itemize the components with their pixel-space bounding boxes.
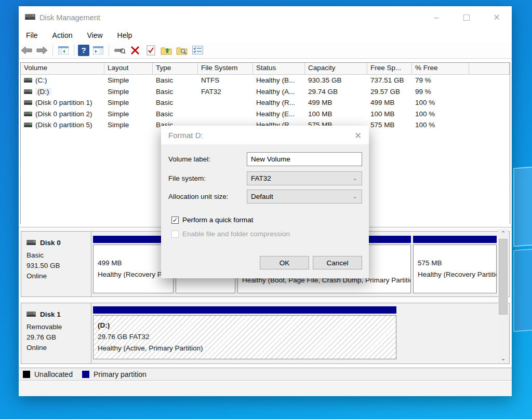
- maximize-icon: [463, 15, 470, 21]
- compression-label: Enable file and folder compression: [182, 230, 290, 238]
- partition-status: Healthy (Active, Primary Partition): [98, 343, 392, 354]
- volume-layout: Simple: [104, 86, 153, 98]
- volume-pct-free: 100 %: [412, 109, 469, 120]
- console-tree-icon[interactable]: [57, 44, 70, 57]
- table-row[interactable]: (C:) Simple Basic NTFS Healthy (B... 930…: [21, 75, 510, 86]
- dialog-close-icon[interactable]: ✕: [352, 130, 364, 141]
- toolbar: ?: [19, 42, 512, 59]
- volume-status: Healthy (A...: [253, 86, 305, 98]
- volume-pct-free: 79 %: [412, 75, 469, 86]
- volume-capacity: 29.74 GB: [305, 86, 367, 98]
- chevron-down-icon: ⌄: [353, 193, 357, 200]
- file-system-select[interactable]: FAT32⌄: [247, 171, 362, 185]
- allocation-unit-select[interactable]: Default⌄: [247, 190, 362, 204]
- maximize-button[interactable]: [451, 6, 482, 29]
- column-header-pct-free[interactable]: % Free: [412, 63, 469, 74]
- primary-partition-label: Primary partition: [94, 370, 147, 379]
- volume-list-header: Volume Layout Type File System Status Ca…: [21, 63, 510, 75]
- table-row[interactable]: (D:) Simple Basic FAT32 Healthy (A... 29…: [21, 86, 510, 98]
- disk1-kind: Removable: [26, 322, 86, 332]
- disk-view-scrollbar[interactable]: ⌃ ⌄: [498, 229, 508, 363]
- column-header-status[interactable]: Status: [253, 63, 305, 74]
- volume-disk-icon: [24, 76, 32, 84]
- disk0-name: Disk 0: [40, 238, 61, 248]
- volume-type: Basic: [153, 75, 198, 86]
- disk1-row: Disk 1 Removable 29.76 GB Online (D:) 29…: [21, 303, 510, 364]
- toolbar-separator: [109, 45, 109, 56]
- volume-free: 575 MB: [367, 119, 412, 131]
- disk1-name: Disk 1: [40, 309, 61, 320]
- delete-volume-icon[interactable]: [128, 44, 142, 57]
- volume-status: Healthy (B...: [253, 75, 305, 86]
- disk0-kind: Basic: [26, 250, 86, 261]
- volume-capacity: 100 MB: [305, 109, 367, 120]
- quick-format-label: Perform a quick format: [182, 216, 254, 224]
- partition-recovery-575mb[interactable]: 575 MB Healthy (Recovery Partition): [413, 236, 497, 293]
- partition-d-drive[interactable]: (D:) 29.76 GB FAT32 Healthy (Active, Pri…: [93, 306, 396, 359]
- cancel-button[interactable]: Cancel: [313, 256, 362, 269]
- disk-icon: [26, 238, 36, 248]
- volume-fs: [198, 109, 253, 120]
- scrollbar-thumb[interactable]: [499, 239, 508, 315]
- volume-free: 499 MB: [367, 97, 412, 109]
- volume-name: (D:): [35, 88, 51, 96]
- compression-checkbox[interactable]: [171, 231, 179, 238]
- column-header-layout[interactable]: Layout: [104, 63, 153, 74]
- quick-format-checkbox[interactable]: ✓: [171, 217, 179, 224]
- volume-capacity: 499 MB: [305, 97, 367, 109]
- volume-label-label: Volume label:: [168, 152, 210, 166]
- volume-disk-icon: [24, 121, 32, 129]
- menu-help[interactable]: Help: [112, 30, 138, 41]
- explore-folder-icon[interactable]: [175, 44, 189, 57]
- chevron-down-icon: ⌄: [353, 175, 357, 182]
- menu-file[interactable]: File: [21, 30, 43, 41]
- open-folder-icon[interactable]: [159, 44, 173, 57]
- menu-action[interactable]: Action: [47, 30, 78, 41]
- disk1-state: Online: [26, 343, 86, 353]
- ok-button[interactable]: OK: [260, 256, 309, 269]
- disk0-panel[interactable]: Disk 0 Basic 931.50 GB Online: [21, 232, 91, 296]
- table-row[interactable]: (Disk 0 partition 2) Simple Basic Health…: [21, 109, 510, 120]
- properties-icon[interactable]: [191, 44, 204, 57]
- volume-layout: Simple: [104, 97, 153, 109]
- scroll-down-icon[interactable]: ⌄: [498, 354, 508, 363]
- partition-status: Healthy (Recovery Partition): [98, 269, 169, 280]
- help-icon[interactable]: ?: [78, 45, 89, 56]
- close-button[interactable]: ✕: [482, 6, 512, 29]
- volume-status: Healthy (E...: [253, 109, 305, 120]
- partition-letter: (D:): [98, 320, 392, 331]
- column-header-capacity[interactable]: Capacity: [305, 63, 367, 74]
- column-header-type[interactable]: Type: [153, 63, 198, 74]
- partition-size: 499 MB: [98, 258, 169, 269]
- volume-type: Basic: [153, 97, 198, 109]
- volume-pct-free: 100 %: [412, 119, 469, 131]
- volume-layout: Simple: [104, 119, 153, 131]
- volume-capacity: 930.35 GB: [305, 75, 367, 86]
- window-title: Disk Management: [39, 13, 100, 22]
- quick-format-row[interactable]: ✓ Perform a quick format: [171, 216, 254, 224]
- disk-icon: [26, 309, 36, 320]
- volume-label-input[interactable]: New Volume: [247, 152, 362, 166]
- compression-row: Enable file and folder compression: [171, 230, 290, 238]
- disk1-panel[interactable]: Disk 1 Removable 29.76 GB Online: [21, 303, 91, 363]
- minimize-button[interactable]: –: [421, 6, 451, 29]
- volume-type: Basic: [153, 86, 198, 98]
- column-header-volume[interactable]: Volume: [21, 63, 104, 74]
- dialog-title-bar[interactable]: Format D: ✕: [161, 126, 369, 144]
- scroll-up-icon[interactable]: ⌃: [498, 229, 508, 238]
- column-header-free-space[interactable]: Free Sp...: [367, 63, 412, 74]
- forward-icon[interactable]: [35, 44, 49, 57]
- mark-active-icon[interactable]: [144, 44, 157, 57]
- action-pane-icon[interactable]: [91, 44, 105, 57]
- legend-bar: Unallocated Primary partition: [19, 368, 512, 381]
- toolbar-separator: [52, 45, 53, 56]
- partition-size: 29.76 GB FAT32: [98, 331, 392, 343]
- column-header-file-system[interactable]: File System: [198, 63, 253, 74]
- table-row[interactable]: (Disk 0 partition 1) Simple Basic Health…: [21, 97, 510, 109]
- volume-fs: FAT32: [198, 86, 253, 98]
- rescan-disks-icon[interactable]: [113, 44, 126, 57]
- file-system-label: File system:: [168, 171, 206, 185]
- title-bar[interactable]: Disk Management – ✕: [19, 6, 512, 29]
- menu-view[interactable]: View: [82, 30, 108, 41]
- back-icon[interactable]: [20, 44, 33, 57]
